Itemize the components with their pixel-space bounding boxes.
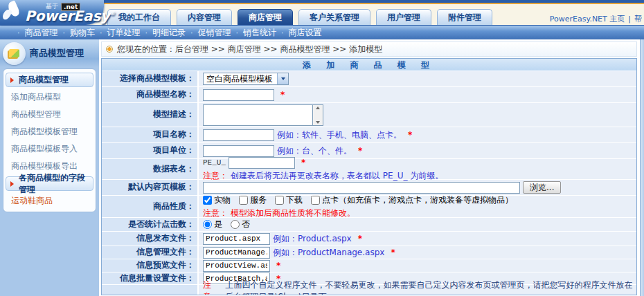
sidebar-title: 商品模型管理 <box>30 47 84 59</box>
sidebar-item-model-template-management[interactable]: 商品模型模板管理 <box>6 123 93 140</box>
item-unit-input[interactable] <box>203 145 274 157</box>
note-label: 注意： <box>203 207 228 219</box>
nature-note: 模型添加后商品性质将不能修改。 <box>231 207 355 219</box>
tab-shop-management[interactable]: 商店管理 <box>238 9 293 25</box>
publish-file-hint: 例如：Product.aspx <box>273 233 352 245</box>
dove-icon <box>2 1 26 24</box>
sidebar-item-model-template-import[interactable]: 商品模型模板导入 <box>6 140 93 158</box>
window-right-edge <box>640 39 644 296</box>
table-name-input[interactable] <box>229 157 295 169</box>
manage-file-input[interactable] <box>203 247 270 259</box>
required-mark: * <box>276 261 280 270</box>
logo: 基于 .net PowerEasy® <box>0 0 104 25</box>
row-publish-file: 信息发布文件： 例如：Product.aspx * <box>102 232 636 246</box>
scrollbar[interactable] <box>312 104 323 126</box>
subnav-sales-statistics[interactable]: 销售统计 <box>243 27 276 39</box>
home-link[interactable]: PowerEasy.NET 主页 <box>550 15 625 24</box>
description-textarea[interactable] <box>203 104 312 126</box>
sidebar-header: 商品模型管理 <box>0 39 99 67</box>
brand-name: PowerEasy® <box>25 8 115 24</box>
main-nav-tabs: 我的工作台 内容管理 商店管理 客户关系管理 用户管理 附件管理 <box>107 9 492 25</box>
item-name-input[interactable] <box>203 129 274 141</box>
sidebar-item-add-product-model[interactable]: 添加商品模型 <box>6 89 93 106</box>
row-description: 模型描述： <box>102 103 636 127</box>
subnav-shop-settings[interactable]: 商店设置 <box>289 27 322 39</box>
tab-content-management[interactable]: 内容管理 <box>177 9 232 25</box>
sidebar-item-product-model-management[interactable]: 商品模型管理 <box>6 106 93 123</box>
count-clicks-no-radio[interactable] <box>231 220 240 229</box>
box-icon <box>9 49 19 57</box>
row-preview-file: 信息预览文件： * <box>102 259 636 272</box>
link-separator: | <box>628 15 631 24</box>
required-mark: * <box>391 248 395 257</box>
red-arrow-icon <box>10 181 14 187</box>
header: 基于 .net PowerEasy® 我的工作台 内容管理 商店管理 客户关系管… <box>0 0 644 25</box>
tab-attachment-management[interactable]: 附件管理 <box>437 9 492 25</box>
content-template-input[interactable] <box>203 182 520 194</box>
subnav-product-management[interactable]: 商品管理 <box>25 27 58 39</box>
manage-file-hint: 例如：ProductManage.aspx <box>273 247 384 259</box>
row-product-nature: 商品性质： 实物 服务 下载 点卡（如充值卡，游戏点卡，游戏装备等虚拟物品） 注… <box>102 196 636 218</box>
tab-user-management[interactable]: 用户管理 <box>376 9 431 25</box>
tab-my-workbench[interactable]: 我的工作台 <box>107 9 171 25</box>
red-arrow-icon <box>10 77 14 83</box>
product-model-badge <box>3 42 26 65</box>
nature-physical-checkbox[interactable] <box>203 196 212 205</box>
row-manage-file: 信息管理文件： 例如：ProductManage.aspx * <box>102 246 636 259</box>
form-title: 添 加 商 品 模 型 <box>102 59 636 71</box>
table-prefix: PE_U_ <box>203 158 226 167</box>
nature-card-checkbox[interactable] <box>311 196 320 205</box>
help-link[interactable]: 帮 <box>634 15 642 24</box>
scroll-up-icon[interactable] <box>316 107 320 109</box>
location-icon <box>106 46 113 53</box>
scroll-down-icon[interactable] <box>316 121 320 124</box>
chevron-down-icon[interactable] <box>277 73 288 84</box>
row-table-name: 数据表名： PE_U_ * 注意： 创建表后将无法再更改表名称，表名都以 PE_… <box>102 159 636 180</box>
template-select[interactable]: 空白商品模型模板 <box>203 73 289 85</box>
add-model-form: 添 加 商 品 模 型 选择商品模型模板： 空白商品模型模板 商品模型名称： * <box>101 58 637 295</box>
row-model-name: 商品模型名称： * <box>102 87 636 103</box>
subnav-cart[interactable]: 购物车 <box>70 27 95 39</box>
row-count-clicks: 是否统计点击数： 是 否 <box>102 218 636 232</box>
footer-note: 上面四个自定义程序文件，不要轻易更改，如果需要自己定义内容发布页或管理页，请把您… <box>225 279 636 295</box>
preview-file-input[interactable] <box>203 260 270 272</box>
nature-service-checkbox[interactable] <box>239 196 248 205</box>
sidebar: 商品模型管理 商品模型管理 添加商品模型 商品模型管理 商品模型模板管理 商品模… <box>0 39 99 296</box>
required-mark: * <box>408 130 412 140</box>
sidebar-group-product-model-management[interactable]: 商品模型管理 <box>6 73 93 87</box>
subnav-promotion-management[interactable]: 促销管理 <box>198 27 231 39</box>
row-footer-note: 注意： 上面四个自定义程序文件，不要轻易更改，如果需要自己定义内容发布页或管理页… <box>102 285 636 295</box>
note-label: 注意： <box>203 279 222 295</box>
sidebar-menu: 商品模型管理 添加商品模型 商品模型管理 商品模型模板管理 商品模型模板导入 商… <box>3 68 96 212</box>
item-unit-hint: 例如：台、个、件。 <box>277 145 352 157</box>
model-name-input[interactable] <box>203 89 274 101</box>
row-item-name: 项目名称： 例如：软件、手机、电脑、点卡。 * <box>102 127 636 143</box>
row-item-unit: 项目单位： 例如：台、个、件。 * <box>102 143 636 159</box>
breadcrumb: 您现在的位置：后台管理 >> 商店管理 >> 商品模型管理 >> 添加模型 <box>101 41 637 57</box>
required-mark: * <box>280 90 285 100</box>
top-links: PowerEasy.NET 主页|帮 <box>550 14 642 24</box>
row-template: 选择商品模型模板： 空白商品模型模板 <box>102 71 636 87</box>
publish-file-input[interactable] <box>203 233 270 245</box>
subnav-order-processing[interactable]: 订单处理 <box>107 27 141 39</box>
required-mark: * <box>301 158 305 167</box>
main-area: 您现在的位置：后台管理 >> 商店管理 >> 商品模型管理 >> 添加模型 添 … <box>99 39 644 296</box>
required-mark: * <box>358 234 362 243</box>
count-clicks-yes-radio[interactable] <box>203 220 212 229</box>
sidebar-group-field-management[interactable]: 各商品模型的字段管理 <box>6 176 93 191</box>
nature-download-checkbox[interactable] <box>275 196 284 205</box>
required-mark: * <box>358 146 362 156</box>
tab-crm[interactable]: 客户关系管理 <box>298 9 370 25</box>
browse-button[interactable]: 浏览... <box>523 181 561 194</box>
item-name-hint: 例如：软件、手机、电脑、点卡。 <box>277 129 402 141</box>
subnav: · 商品管理 · 购物车 · 订单处理 · 明细记录 · 促销管理 · 销售统计… <box>0 25 644 39</box>
subnav-detail-records[interactable]: 明细记录 <box>152 27 186 39</box>
